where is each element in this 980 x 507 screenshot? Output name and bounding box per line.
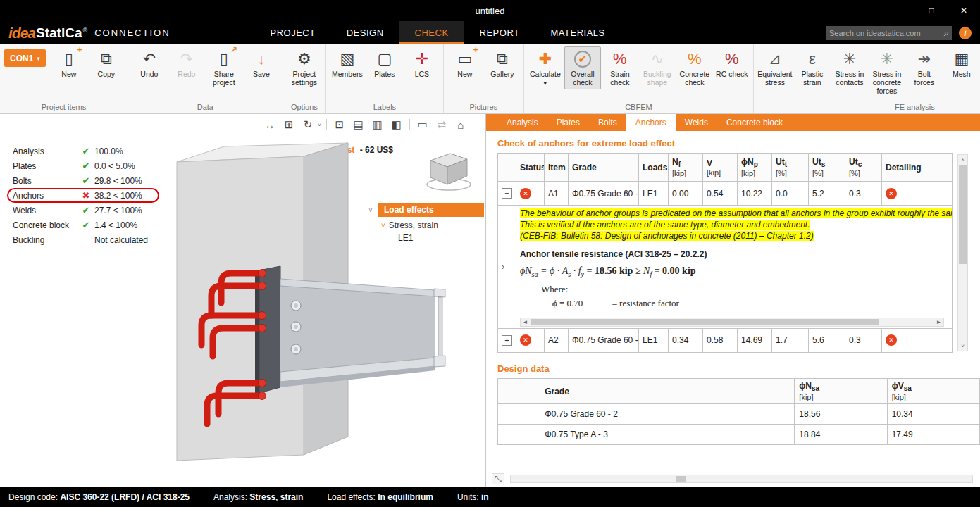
mesh-icon: ▦: [951, 49, 972, 70]
results-tab-concrete-block[interactable]: Concrete block: [717, 114, 792, 131]
resize-icon[interactable]: ⤡: [492, 473, 504, 484]
scroll-up-icon[interactable]: ˄: [958, 155, 967, 165]
ribbon-button-concrete-check[interactable]: %Concrete check: [676, 46, 713, 89]
ribbon-button-new[interactable]: ▭+New: [447, 46, 483, 81]
menu-tab-project[interactable]: PROJECT: [255, 21, 331, 44]
results-tab-plates[interactable]: Plates: [547, 114, 589, 131]
results-tab-bolts[interactable]: Bolts: [589, 114, 626, 131]
scroll-right-icon[interactable]: ►: [934, 319, 943, 325]
scrollbar-thumb[interactable]: [959, 165, 967, 264]
design-data-row[interactable]: Φ0.75 Type A - 318.8417.49: [498, 425, 980, 445]
ribbon-button-plates[interactable]: ▢Plates: [366, 46, 403, 81]
scroll-down-icon[interactable]: ˅: [958, 341, 967, 351]
scrollbar-thumb[interactable]: [531, 319, 879, 325]
home-view-icon[interactable]: ⌂: [453, 118, 469, 132]
horizontal-panel-scrollbar[interactable]: [510, 475, 973, 483]
check-row-plates[interactable]: Plates✔0.0 < 5.0%: [7, 158, 159, 173]
concrete-check-icon: %: [684, 49, 705, 70]
menu-tab-report[interactable]: REPORT: [464, 21, 535, 44]
minimize-button[interactable]: ─: [883, 0, 915, 21]
bolt-forces-icon: ↠: [914, 49, 935, 70]
cell-v: 0.58: [703, 328, 738, 352]
check-row-buckling[interactable]: BucklingNot calculated: [7, 232, 159, 247]
ribbon-button-stress-in-concrete-forces[interactable]: ✳Stress in concrete forces: [869, 46, 905, 97]
vertical-scrollbar[interactable]: ˄ ˅: [957, 154, 968, 351]
search-input[interactable]: [829, 29, 944, 37]
results-tab-anchors[interactable]: Anchors: [626, 114, 676, 131]
ribbon-button-calculate[interactable]: ✚Calculate ▾: [527, 46, 564, 89]
ribbon-button-members[interactable]: ▧Members: [329, 46, 366, 81]
ribbon-button-rc-check[interactable]: %RC check: [714, 46, 750, 81]
3d-viewport[interactable]: ↔⊞↻˅⊡▤▥◧▭⇄⌂ Analysis✔100.0%Plates✔0.0 < …: [0, 114, 486, 487]
load-effect-item-le1[interactable]: LE1: [378, 232, 484, 244]
ribbon-button-strain-check[interactable]: %Strain check: [602, 46, 638, 89]
sync-views-icon[interactable]: ⇄: [434, 118, 449, 132]
detail-horizontal-scrollbar[interactable]: ◄►: [520, 318, 944, 327]
ribbon-button-mesh[interactable]: ▦Mesh: [943, 46, 980, 81]
ribbon-button-new[interactable]: ▯+New: [51, 46, 87, 81]
menu-tab-materials[interactable]: MATERIALS: [535, 21, 621, 44]
row-expander-button[interactable]: +: [502, 335, 512, 346]
anchor-row-a2[interactable]: +✕A2Φ0.75 Grade 60 - 2LE10.340.5814.691.…: [498, 328, 953, 352]
load-effects-header[interactable]: Load effects: [378, 203, 484, 217]
ribbon-button-plastic-strain[interactable]: εPlastic strain: [794, 46, 831, 89]
ribbon-button-stress-in-contacts[interactable]: ✳Stress in contacts: [831, 46, 868, 89]
search-box[interactable]: ⌕: [826, 26, 952, 40]
check-row-analysis[interactable]: Analysis✔100.0%: [7, 144, 159, 158]
maximize-button[interactable]: □: [915, 0, 948, 21]
row-expander-button[interactable]: −: [502, 188, 512, 199]
sheet-view-icon[interactable]: ▥: [370, 118, 385, 132]
check-row-welds[interactable]: Welds✔27.7 < 100%: [7, 203, 159, 218]
status-load-effects: Load effects: In equilibrium: [327, 492, 433, 502]
highlighted-note: (CEB-FIB: Bulletin 58: Design of anchora…: [520, 231, 814, 241]
design-data-row[interactable]: Φ0.75 Grade 60 - 218.5610.34: [498, 404, 980, 425]
buckling-shape-icon: ∿: [647, 49, 668, 70]
ribbon-button-buckling-shape[interactable]: ∿Buckling shape: [639, 46, 676, 89]
check-pass-icon: ✔: [77, 205, 94, 215]
drawing-view-icon[interactable]: ▤: [351, 118, 366, 132]
zoom-fit-icon[interactable]: ⊞: [281, 118, 297, 132]
ribbon-button-project-settings[interactable]: ⚙Project settings: [286, 46, 323, 89]
ribbon-button-copy[interactable]: ⧉Copy: [88, 46, 125, 81]
ribbon-button-share-project[interactable]: ▯↗Share project: [206, 46, 242, 89]
column-header-utt: Utt[%]: [772, 154, 809, 182]
close-button[interactable]: ✕: [948, 0, 980, 21]
rotate-view-icon[interactable]: ↻: [300, 118, 316, 132]
search-icon[interactable]: ⌕: [944, 27, 949, 39]
detail-expander-icon[interactable]: ›: [498, 206, 516, 329]
ribbon-button-gallery[interactable]: ⧉Gallery: [484, 46, 521, 81]
anchor-row-a1[interactable]: −✕A1Φ0.75 Grade 60 - 2LE10.000.5410.220.…: [498, 182, 953, 206]
navigation-cube[interactable]: [423, 148, 474, 193]
info-button[interactable]: i: [959, 27, 972, 39]
menu-tab-check[interactable]: CHECK: [399, 21, 464, 44]
check-row-concrete-block[interactable]: Concrete block✔1.4 < 100%: [7, 218, 159, 232]
cell-v: 0.54: [703, 182, 738, 206]
results-tab-analysis[interactable]: Analysis: [497, 114, 547, 131]
scroll-left-icon[interactable]: ◄: [521, 319, 530, 325]
cell-utt: 1.7: [772, 328, 809, 352]
ribbon-button-overall-check[interactable]: ✔Overall check: [564, 46, 601, 89]
connection-selector[interactable]: CON1▾: [4, 49, 46, 67]
collapse-panel-icon[interactable]: ˅: [368, 206, 378, 214]
ribbon-button-undo[interactable]: ↶Undo: [131, 46, 168, 81]
dimension-icon[interactable]: ↔: [262, 118, 278, 132]
results-section-title: Check of anchors for extreme load effect: [486, 131, 980, 151]
check-value: 1.4 < 100%: [94, 220, 137, 230]
load-effects-group[interactable]: ˅ Stress, strain: [378, 219, 484, 232]
menu-tab-design[interactable]: DESIGN: [331, 21, 399, 44]
results-tab-welds[interactable]: Welds: [676, 114, 717, 131]
check-row-bolts[interactable]: Bolts✔29.8 < 100%: [7, 173, 159, 188]
section-icon[interactable]: ⊡: [332, 118, 347, 132]
ribbon-button-redo[interactable]: ↷Redo: [168, 46, 205, 81]
chevron-down-icon[interactable]: ˅: [318, 122, 321, 128]
ribbon-button-bolt-forces[interactable]: ↠Bolt forces: [906, 46, 943, 89]
scrollbar-thumb[interactable]: [676, 476, 686, 482]
solid-view-icon[interactable]: ◧: [389, 118, 404, 132]
ribbon-button-equivalent-stress[interactable]: ⊿Equivalent stress: [757, 46, 793, 89]
screen-icon[interactable]: ▭: [415, 118, 430, 132]
check-row-anchors[interactable]: Anchors✖38.2 < 100%: [7, 188, 159, 203]
ribbon-button-save[interactable]: ↓Save: [243, 46, 280, 81]
ribbon-button-lcs[interactable]: ✛LCS: [404, 46, 440, 81]
gallery-icon: ⧉: [492, 49, 513, 70]
cell-nf: 0.34: [669, 328, 703, 352]
